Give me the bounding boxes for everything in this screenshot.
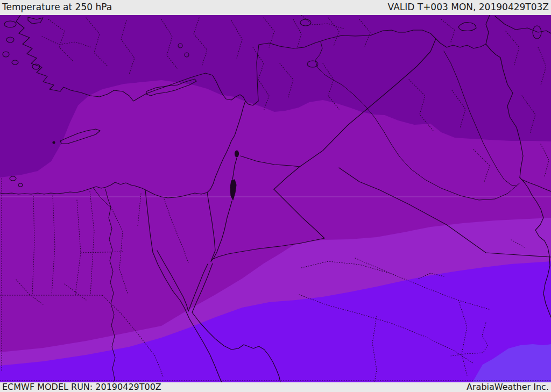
validity-label: VALID T+003 MON, 20190429T03Z	[388, 0, 549, 15]
model-run-label: ECMWF MODEL RUN: 20190429T00Z	[2, 382, 161, 392]
header-bar: Temperature at 250 hPa VALID T+003 MON, …	[0, 0, 551, 15]
temperature-map-svg	[0, 15, 551, 382]
map-area	[0, 15, 551, 382]
page-title: Temperature at 250 hPa	[2, 0, 112, 15]
islet-dot	[53, 141, 55, 144]
weather-map-screenshot: Temperature at 250 hPa VALID T+003 MON, …	[0, 0, 551, 392]
footer-bar: ECMWF MODEL RUN: 20190429T00Z ArabiaWeat…	[0, 382, 551, 392]
credit-label: ArabiaWeather Inc.	[467, 382, 549, 392]
sea-of-galilee	[235, 151, 239, 157]
